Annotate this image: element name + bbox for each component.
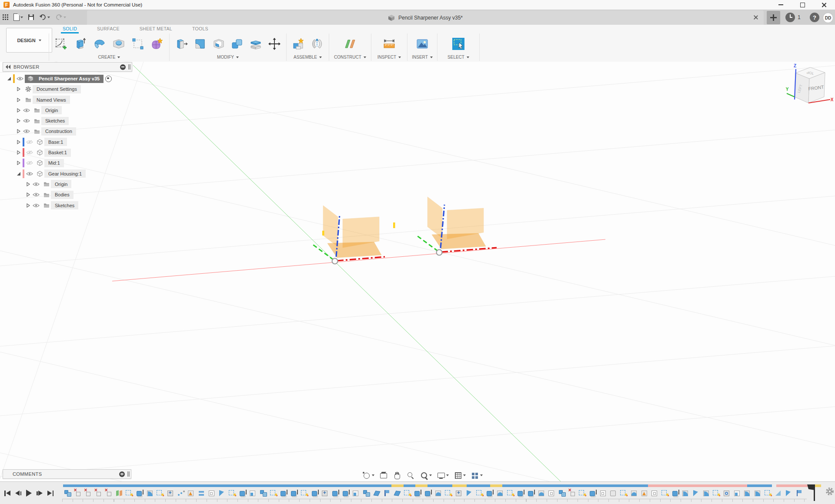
timeline-feature-mirror-icon[interactable] [465,488,475,498]
timeline-feature-fillet-icon[interactable] [743,488,753,498]
expand-toggle-icon[interactable] [16,139,21,145]
timeline-feature-extrude-icon[interactable] [331,488,341,498]
timeline-feature-draft-icon[interactable] [774,488,784,498]
insert-image-icon[interactable] [415,37,429,51]
timeline-feature-revolve-icon[interactable] [434,488,444,498]
timeline-feature-extrude-icon[interactable] [279,488,290,498]
timeline-feature-sketch-icon[interactable] [444,488,454,498]
help-button[interactable]: ? [810,13,819,22]
timeline-feature-flag-icon[interactable] [795,488,805,498]
expand-toggle-icon[interactable] [16,107,21,113]
document-tab[interactable]: Pencil Sharpener Assy v35* [87,10,764,25]
file-menu-button[interactable] [11,11,26,23]
visibility-eye-icon[interactable] [32,182,40,186]
timeline-feature-sketch-icon[interactable] [619,488,630,498]
timeline-feature-flag-icon[interactable] [382,488,393,498]
workspace-selector[interactable]: DESIGN [6,28,52,53]
maximize-button[interactable] [792,0,813,10]
visibility-eye-icon[interactable] [16,76,23,81]
visibility-eye-off-icon[interactable] [26,140,33,144]
timeline-feature-web-icon[interactable] [640,488,651,498]
hole-icon[interactable] [112,37,126,51]
expand-toggle-icon[interactable] [16,129,21,134]
move-icon[interactable] [267,37,281,51]
timeline-feature-chamfer-icon[interactable] [393,488,403,498]
toolbar-group-label-assemble[interactable]: ASSEMBLE [287,53,329,61]
timeline-feature-boxpat-icon[interactable] [166,488,177,498]
browser-node[interactable]: Bodies [41,191,73,199]
timeline-feature-extrude-icon[interactable] [238,488,249,498]
toolbar-tab-surface[interactable]: SURFACE [95,25,121,33]
measure-icon[interactable] [382,37,396,51]
close-button[interactable] [813,0,835,10]
visibility-eye-icon[interactable] [32,192,40,197]
expand-toggle-icon[interactable] [16,97,21,103]
timeline-feature-extrude-icon[interactable] [424,488,434,498]
visibility-eye-icon[interactable] [32,203,40,208]
user-avatar[interactable]: DD [823,13,833,23]
timeline-feature-boxpat-icon[interactable] [454,488,465,498]
browser-node[interactable]: Sketches [31,117,69,125]
toolbar-group-label-insert[interactable]: INSERT [407,53,437,61]
add-comment-icon[interactable] [119,471,125,477]
visibility-eye-icon[interactable] [23,129,30,133]
browser-node[interactable]: Construction [31,127,76,136]
expand-toggle-icon[interactable] [16,118,21,124]
timeline-feature-hole-icon[interactable] [722,488,733,498]
timeline-feature-shell-icon[interactable] [733,488,743,498]
timeline-feature-mirror-icon[interactable] [691,488,702,498]
extrude-icon[interactable] [73,37,87,51]
timeline-feature-boxpat-icon[interactable] [321,488,331,498]
browser-row-gear-housing-1[interactable]: Gear Housing:1 [0,169,112,179]
timeline-feature-compx-icon[interactable] [568,488,578,498]
new-tab-button[interactable] [767,11,780,24]
timeline-feature-combine-icon[interactable] [63,488,73,498]
timeline-feature-extrude-icon[interactable] [135,488,146,498]
minimize-button[interactable] [770,0,792,10]
timeline-feature-dots-icon[interactable] [177,488,187,498]
create-sketch-icon[interactable] [54,37,68,51]
app-launcher-button[interactable] [0,11,11,23]
toolbar-group-label-construct[interactable]: CONSTRUCT [329,53,371,61]
timeline-feature-extrude-icon[interactable] [527,488,537,498]
browser-node[interactable]: Origin [41,180,71,188]
timeline-feature-mirror-icon[interactable] [784,488,795,498]
expand-toggle-icon[interactable] [25,181,31,187]
joint-icon[interactable] [310,37,324,51]
timeline-feature-sketch-icon[interactable] [403,488,414,498]
zoom-tool-button[interactable] [405,470,416,481]
timeline-settings-gear-icon[interactable] [825,487,834,496]
timeline-feature-shell-icon[interactable] [248,488,259,498]
play-button[interactable] [26,489,32,497]
revolve-icon[interactable] [93,37,107,51]
timeline-feature-extrude-icon[interactable] [588,488,599,498]
browser-node[interactable]: Pencil Sharpener Assy v35 [25,75,104,83]
toolbar-group-label-select[interactable]: SELECT [438,53,479,61]
combine-icon[interactable] [230,37,244,51]
toolbar-group-label-inspect[interactable]: INSPECT [371,53,407,61]
split-body-icon[interactable] [249,37,263,51]
browser-node[interactable]: Gear Housing:1 [34,169,86,178]
browser-node[interactable]: Sketches [41,201,78,209]
timeline-feature-sketch-icon[interactable] [269,488,280,498]
form-icon[interactable] [150,37,164,51]
expand-toggle-icon[interactable] [16,160,21,166]
timeline-feature-extrude-icon[interactable] [341,488,352,498]
press-pull-icon[interactable] [174,37,188,51]
timeline-feature-shell-icon[interactable] [351,488,362,498]
visibility-eye-icon[interactable] [23,108,30,113]
timeline-feature-mirror-icon[interactable] [217,488,228,498]
timeline-feature-sketch-icon[interactable] [228,488,238,498]
timeline-feature-sketch-icon[interactable] [506,488,517,498]
browser-row-named-views[interactable]: Named Views [0,95,112,105]
viewports-tool-button[interactable] [469,470,484,481]
timeline-feature-fillet-icon[interactable] [146,488,156,498]
activate-component-radio[interactable] [105,76,112,82]
expand-toggle-icon[interactable] [16,150,21,156]
timeline-feature-extrude-icon[interactable] [671,488,681,498]
browser-row-mid-1[interactable]: Mid:1 [0,158,112,168]
timeline-feature-extrude-icon[interactable] [516,488,527,498]
browser-node[interactable]: Document Settings [23,85,81,93]
browser-node[interactable]: Origin [31,106,62,114]
toolbar-tab-tools[interactable]: TOOLS [190,25,210,33]
